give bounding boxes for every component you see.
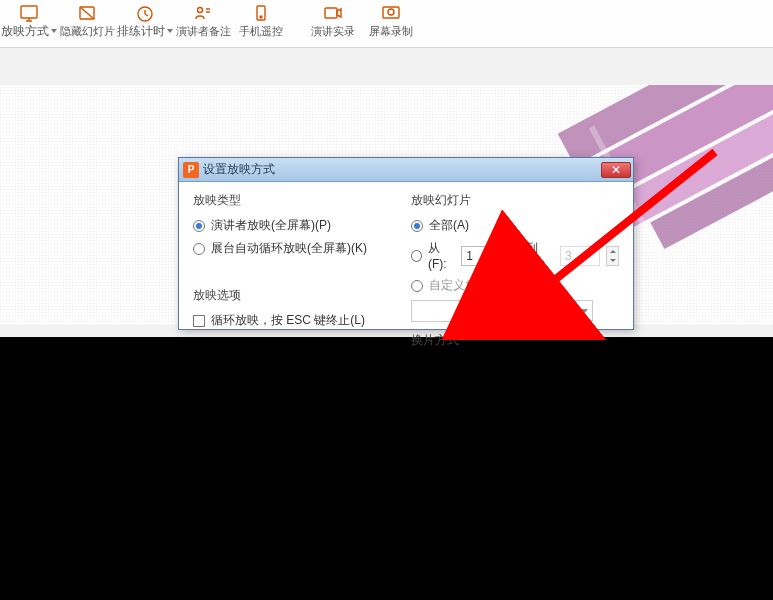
chevron-down-icon xyxy=(51,29,57,33)
rehearse-dropdown[interactable]: 排练计时 xyxy=(116,2,174,46)
svg-rect-0 xyxy=(21,6,37,18)
to-spinner[interactable] xyxy=(606,246,619,266)
playmode-label: 放映方式 xyxy=(1,24,49,38)
phone-remote-button[interactable]: 手机遥控 xyxy=(232,2,290,46)
all-radio-label: 全部(A) xyxy=(429,217,469,234)
custom-radio: 自定义放映(C): xyxy=(411,277,619,294)
radio-icon xyxy=(193,220,205,232)
custom-show-combo xyxy=(411,300,593,322)
kiosk-radio-label: 展台自动循环放映(全屏幕)(K) xyxy=(211,240,367,257)
svg-rect-9 xyxy=(558,85,773,165)
radio-icon xyxy=(411,280,423,292)
radio-icon xyxy=(193,243,205,255)
screen-record-label: 屏幕录制 xyxy=(369,24,413,38)
svg-rect-11 xyxy=(615,86,773,229)
playmode-dropdown[interactable]: 放映方式 xyxy=(0,2,58,46)
chevron-down-icon xyxy=(580,309,588,314)
from-to-radio[interactable]: 从(F): 1 到(T): 3 xyxy=(411,240,619,271)
from-spinner[interactable] xyxy=(508,246,521,266)
presenter-radio[interactable]: 演讲者放映(全屏幕)(P) xyxy=(193,217,401,234)
dialog-titlebar[interactable]: P 设置放映方式 ✕ xyxy=(179,158,633,182)
app-icon: P xyxy=(183,162,199,178)
custom-radio-label: 自定义放映(C): xyxy=(429,277,509,294)
close-icon: ✕ xyxy=(611,164,621,176)
record-presentation-button[interactable]: 演讲实录 xyxy=(304,2,362,46)
radio-icon xyxy=(411,220,423,232)
show-options-group: 放映选项 xyxy=(193,287,401,304)
svg-point-3 xyxy=(198,8,203,13)
record-presentation-label: 演讲实录 xyxy=(311,24,355,38)
chevron-down-icon xyxy=(167,29,173,33)
to-input[interactable]: 3 xyxy=(560,246,600,266)
from-label: 从(F): xyxy=(428,240,455,271)
close-button[interactable]: ✕ xyxy=(601,162,631,178)
ribbon: 放映方式 隐藏幻灯片 排练计时 演讲者备注 手机遥控 演讲实录 屏幕录制 xyxy=(0,0,773,48)
svg-rect-6 xyxy=(325,8,337,18)
loop-checkbox[interactable]: 循环放映，按 ESC 键终止(L) xyxy=(193,312,401,329)
right-column: 放映幻灯片 全部(A) 从(F): 1 到(T): 3 自定义放映(C): xyxy=(411,192,619,357)
kiosk-radio[interactable]: 展台自动循环放映(全屏幕)(K) xyxy=(193,240,401,257)
loop-checkbox-label: 循环放映，按 ESC 键终止(L) xyxy=(211,312,365,329)
phone-remote-label: 手机遥控 xyxy=(239,24,283,38)
speaker-notes-label: 演讲者备注 xyxy=(176,24,231,38)
svg-rect-12 xyxy=(650,119,773,249)
hide-slide-label: 隐藏幻灯片 xyxy=(60,24,115,38)
advance-group: 换片方式 xyxy=(411,332,619,349)
speaker-notes-button[interactable]: 演讲者备注 xyxy=(174,2,232,46)
from-input[interactable]: 1 xyxy=(461,246,501,266)
checkbox-icon xyxy=(193,315,205,327)
show-slides-group: 放映幻灯片 xyxy=(411,192,619,209)
radio-icon xyxy=(411,250,422,262)
show-type-group: 放映类型 xyxy=(193,192,401,209)
left-column: 放映类型 演讲者放映(全屏幕)(P) 展台自动循环放映(全屏幕)(K) 放映选项… xyxy=(193,192,401,357)
hide-slide-button[interactable]: 隐藏幻灯片 xyxy=(58,2,116,46)
rehearse-label: 排练计时 xyxy=(117,24,165,38)
svg-point-8 xyxy=(388,9,394,15)
screen-record-button[interactable]: 屏幕录制 xyxy=(362,2,420,46)
presenter-radio-label: 演讲者放映(全屏幕)(P) xyxy=(211,217,331,234)
to-label: 到(T): xyxy=(526,240,553,271)
all-radio[interactable]: 全部(A) xyxy=(411,217,619,234)
slideshow-settings-dialog: P 设置放映方式 ✕ 放映类型 演讲者放映(全屏幕)(P) 展台自动循环放映(全… xyxy=(178,157,634,330)
dialog-title: 设置放映方式 xyxy=(203,161,601,178)
svg-point-5 xyxy=(260,16,262,18)
